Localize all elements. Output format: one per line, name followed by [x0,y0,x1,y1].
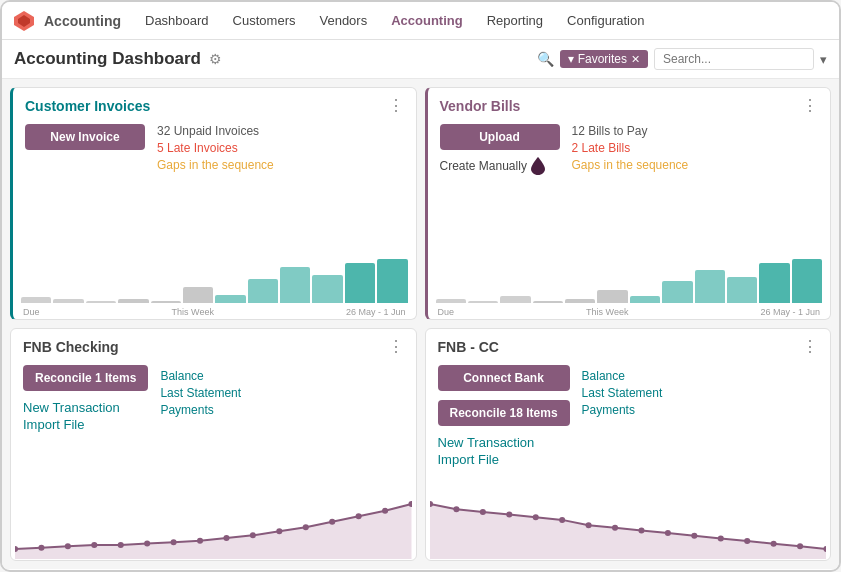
vendor-bills-card: Vendor Bills ⋮ Upload Create Manually 12… [425,87,832,320]
fnbcc-balance-link[interactable]: Balance [582,369,663,383]
svg-point-30 [744,538,750,544]
page-title: Accounting Dashboard [14,49,201,69]
nav-item-accounting[interactable]: Accounting [381,9,473,32]
nav-item-customers[interactable]: Customers [223,9,306,32]
vendor-actions: Upload Create Manually [440,124,560,249]
search-dropdown-icon[interactable]: ▾ [820,52,827,67]
svg-point-32 [797,543,803,549]
vendor-label-daterange: 26 May - 1 Jun [760,307,820,317]
card-body-vendor: Upload Create Manually 12 Bills to Pay 2… [428,120,831,255]
filter-label: Favorites [578,52,627,66]
svg-point-20 [479,509,485,515]
svg-point-22 [532,514,538,520]
svg-point-5 [91,542,97,548]
new-transaction-link[interactable]: New Transaction [23,400,148,415]
payments-link[interactable]: Payments [160,403,241,417]
label-due: Due [23,307,40,317]
customer-stats: 32 Unpaid Invoices 5 Late Invoices Gaps … [157,124,274,249]
vendor-bills-menu[interactable]: ⋮ [802,98,818,114]
fnbcc-line-chart [426,490,831,560]
filter-badge[interactable]: ▾ Favorites ✕ [560,50,648,68]
svg-point-11 [250,532,256,538]
unpaid-invoices-stat: 32 Unpaid Invoices [157,124,274,138]
dashboard: Customer Invoices ⋮ New Invoice 32 Unpai… [2,79,839,569]
svg-point-28 [691,533,697,539]
svg-point-14 [329,519,335,525]
reconcile-items-button[interactable]: Reconcile 1 Items [23,365,148,391]
fnbcc-import-file-link[interactable]: Import File [438,452,570,467]
fnbcc-payments-link[interactable]: Payments [582,403,663,417]
upload-button[interactable]: Upload [440,124,560,150]
vendor-label-due: Due [438,307,455,317]
card-header-customer: Customer Invoices ⋮ [13,88,416,120]
svg-point-15 [356,513,362,519]
svg-point-8 [171,539,177,545]
svg-point-7 [144,541,150,547]
vendor-bills-title: Vendor Bills [440,98,521,114]
card-body-fnbcc: Connect Bank Reconcile 18 Items New Tran… [426,361,831,490]
fnbcc-actions: Connect Bank Reconcile 18 Items New Tran… [438,365,570,484]
import-file-link[interactable]: Import File [23,417,148,432]
svg-point-12 [276,528,282,534]
reconcile-18-button[interactable]: Reconcile 18 Items [438,400,570,426]
connect-bank-button[interactable]: Connect Bank [438,365,570,391]
customer-bar-chart: Due This Week 26 May - 1 Jun [21,255,408,315]
svg-point-9 [197,538,203,544]
last-statement-link[interactable]: Last Statement [160,386,241,400]
card-body-fnb: Reconcile 1 Items New Transaction Import… [11,361,416,490]
svg-point-29 [717,535,723,541]
vendor-gaps-stat: Gaps in the sequence [572,158,689,172]
card-header-fnbcc: FNB - CC ⋮ [426,329,831,361]
nav-item-reporting[interactable]: Reporting [477,9,553,32]
subheader-right: 🔍 ▾ Favorites ✕ ▾ [537,48,827,70]
search-icon[interactable]: 🔍 [537,51,554,67]
gaps-sequence-stat: Gaps in the sequence [157,158,274,172]
late-invoices-stat: 5 Late Invoices [157,141,274,155]
create-manually-text[interactable]: Create Manually [440,159,527,173]
filter-close-icon[interactable]: ✕ [631,53,640,66]
fnb-actions: Reconcile 1 Items New Transaction Import… [23,365,148,484]
fnb-checking-menu[interactable]: ⋮ [388,339,404,355]
svg-point-16 [382,508,388,514]
fnb-line-chart [11,490,416,560]
svg-point-13 [303,524,309,530]
fnbcc-last-statement-link[interactable]: Last Statement [582,386,663,400]
gear-icon[interactable]: ⚙ [209,51,222,67]
svg-point-10 [223,535,229,541]
fnb-cc-card: FNB - CC ⋮ Connect Bank Reconcile 18 Ite… [425,328,832,561]
search-input[interactable] [654,48,814,70]
customer-actions: New Invoice [25,124,145,249]
balance-link[interactable]: Balance [160,369,241,383]
fnb-cc-menu[interactable]: ⋮ [802,339,818,355]
fnb-checking-title: FNB Checking [23,339,119,355]
new-invoice-button[interactable]: New Invoice [25,124,145,150]
drop-icon [531,157,545,175]
create-manually-row: Create Manually [440,157,560,175]
filter-icon: ▾ [568,52,574,66]
customer-invoices-menu[interactable]: ⋮ [388,98,404,114]
nav-item-vendors[interactable]: Vendors [309,9,377,32]
fnb-links: Balance Last Statement Payments [160,369,241,484]
app-logo [12,9,36,33]
fnbcc-links: Balance Last Statement Payments [582,369,663,484]
card-header-vendor: Vendor Bills ⋮ [428,88,831,120]
late-bills-stat: 2 Late Bills [572,141,689,155]
nav-brand: Accounting [44,13,121,29]
customer-invoices-card: Customer Invoices ⋮ New Invoice 32 Unpai… [10,87,417,320]
svg-point-21 [506,512,512,518]
card-header-fnb: FNB Checking ⋮ [11,329,416,361]
svg-point-23 [559,517,565,523]
top-nav: Accounting Dashboard Customers Vendors A… [2,2,839,40]
card-body-customer: New Invoice 32 Unpaid Invoices 5 Late In… [13,120,416,255]
vendor-chart-labels: Due This Week 26 May - 1 Jun [436,307,823,317]
vendor-label-thisweek: This Week [586,307,628,317]
fnbcc-new-transaction-link[interactable]: New Transaction [438,435,570,450]
svg-point-19 [453,506,459,512]
nav-item-configuration[interactable]: Configuration [557,9,654,32]
label-daterange: 26 May - 1 Jun [346,307,406,317]
svg-point-31 [770,541,776,547]
label-thisweek: This Week [172,307,214,317]
nav-item-dashboard[interactable]: Dashboard [135,9,219,32]
svg-point-24 [585,522,591,528]
customer-chart-labels: Due This Week 26 May - 1 Jun [21,307,408,317]
